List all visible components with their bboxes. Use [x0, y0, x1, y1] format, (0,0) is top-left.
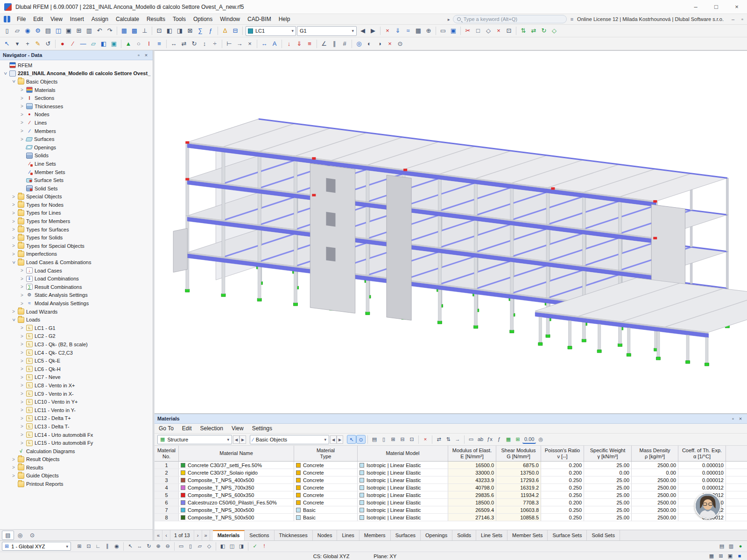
material-name-cell[interactable]: Concrete C30/37_Solaio rigido — [179, 469, 294, 476]
table-tab-members[interactable]: Members — [359, 530, 391, 540]
material-row-6[interactable]: 6Calcestruzzo C50/60_Pilastri_Fes.50%Con… — [155, 499, 747, 506]
table-tab-lines[interactable]: Lines — [337, 530, 359, 540]
column-header-mass-density-kg-m[interactable]: Mass Densityρ [kg/m³] — [632, 446, 678, 461]
text-annotation-icon[interactable]: A — [269, 39, 280, 49]
material-model-cell[interactable]: Isotropic | Linear Elastic — [358, 484, 448, 491]
render-solid-icon[interactable]: ◧ — [218, 542, 227, 551]
edit-object-icon[interactable]: ✎ — [33, 39, 43, 49]
tree-item-lc6-qk-h[interactable]: >LLC6 - Qk-H — [0, 365, 153, 373]
new-line-icon[interactable]: ∕ — [68, 39, 78, 49]
select-mode-icon[interactable]: ↖ — [126, 542, 135, 551]
tree-item-line-sets[interactable]: ∕Line Sets — [0, 160, 153, 168]
grid-icon[interactable]: ⊡ — [84, 542, 93, 551]
collapse-arrow-icon[interactable]: > — [11, 259, 16, 266]
formula-edit-icon[interactable]: ƒ — [494, 435, 504, 444]
material-rho-cell[interactable]: 2500.00 — [632, 514, 678, 521]
expand-arrow-icon[interactable]: > — [19, 342, 25, 347]
tree-item-lc2-g2[interactable]: >LLC2 - G2 — [0, 332, 153, 341]
tree-item-types-for-nodes[interactable]: >Types for Nodes — [0, 201, 153, 209]
structure-combo[interactable]: ▦ Structure ▾ — [157, 435, 232, 444]
expand-arrow-icon[interactable]: > — [10, 210, 17, 216]
tree-item-rfem[interactable]: RFEM — [0, 61, 153, 70]
tree-item-2281-inail-ancona-modello-di-calcolo-settore-ovest[interactable]: >2281_INAIL Ancona_Modello di calcolo Se… — [0, 70, 153, 78]
expand-arrow-icon[interactable]: > — [19, 293, 25, 298]
table-tab-materials[interactable]: Materials — [213, 530, 245, 540]
material-name-cell[interactable]: Composite_T_NPS_400x500 — [179, 476, 294, 483]
expand-arrow-icon[interactable]: > — [10, 457, 17, 462]
fit-view-icon[interactable]: ⊡ — [504, 26, 514, 36]
new-solid-icon[interactable]: ◧ — [99, 39, 109, 49]
expand-arrow-icon[interactable]: > — [19, 268, 25, 273]
material-rho-cell[interactable]: 2500.00 — [632, 506, 678, 513]
orbit-mode-icon[interactable]: ↻ — [144, 542, 154, 551]
material-rho-cell[interactable]: 2500.00 — [632, 476, 678, 483]
model-viewport[interactable] — [155, 50, 747, 413]
sync-selection-icon[interactable]: ↖ — [347, 435, 356, 444]
chevron-down-icon[interactable]: ▾ — [227, 437, 229, 442]
delete-loads-icon[interactable]: × — [385, 39, 395, 49]
menu-insert[interactable]: Insert — [66, 15, 88, 23]
table-tab-nodes[interactable]: Nodes — [313, 530, 338, 540]
decimal-places-icon[interactable]: 0.00 — [522, 435, 536, 444]
zoom-window-icon[interactable]: ⊕ — [154, 542, 163, 551]
material-number[interactable]: 8 — [155, 514, 179, 521]
menu-edit[interactable]: Edit — [29, 15, 47, 23]
display-properties-icon[interactable]: ◧ — [164, 26, 175, 36]
material-model-cell[interactable]: Isotropic | Linear Elastic — [358, 499, 448, 506]
render-shadow-icon[interactable]: ◨ — [237, 542, 246, 551]
snap-settings-icon[interactable]: ⊡ — [154, 26, 164, 36]
prev-page-icon[interactable]: ‹ — [162, 530, 170, 540]
material-number[interactable]: 6 — [155, 499, 179, 506]
tile-windows-icon[interactable]: ⊞ — [716, 552, 726, 560]
material-rho-cell[interactable]: 2500.00 — [632, 491, 678, 498]
renumber-icon[interactable]: # — [339, 39, 350, 49]
table-tab-sections[interactable]: Sections — [245, 530, 274, 540]
model-check-icon[interactable]: ✓ — [250, 542, 260, 551]
table-panel-toggle-icon[interactable]: ▭ — [466, 435, 476, 444]
material-type-cell[interactable]: Concrete — [294, 469, 358, 476]
transparency-icon[interactable]: ◑ — [374, 39, 385, 49]
expand-arrow-icon[interactable]: > — [19, 424, 25, 429]
tree-item-load-combinations[interactable]: >⇓Load Combinations — [0, 274, 153, 283]
material-name-cell[interactable]: Composite_T_NPS_500x500 — [179, 514, 294, 521]
calculate-all-icon[interactable]: ∑ — [195, 26, 205, 36]
material-nu-cell[interactable]: 0.250 — [541, 484, 584, 491]
tree-item-result-combinations[interactable]: >∑Result Combinations — [0, 283, 153, 291]
rotate-view-y-icon[interactable]: ⇄ — [529, 26, 539, 36]
select-dropdown-icon[interactable]: ▾ — [12, 39, 22, 49]
tree-item-lc8-vento-in-x[interactable]: >LLC8 - Vento in X+ — [0, 381, 153, 390]
tree-item-static-analysis-settings[interactable]: >⚙Static Analysis Settings — [0, 291, 153, 300]
tree-item-imperfections[interactable]: >Imperfections — [0, 250, 153, 259]
material-row-4[interactable]: 4Composite_T_NPS_700x350ConcreteIsotropi… — [155, 484, 747, 491]
visibility-modes-icon[interactable]: ◎ — [354, 39, 364, 49]
expand-arrow-icon[interactable]: > — [19, 416, 25, 421]
chevron-down-icon[interactable]: ▾ — [352, 28, 354, 33]
material-row-8[interactable]: 8Composite_T_NPS_500x500BasicIsotropic |… — [155, 514, 747, 521]
new-section-icon[interactable]: I — [144, 39, 154, 49]
table-tab-member-sets[interactable]: Member Sets — [507, 530, 548, 540]
material-row-5[interactable]: 5Composite_T_NPS_600x350ConcreteIsotropi… — [155, 491, 747, 499]
tree-item-member-sets[interactable]: ∕Member Sets — [0, 168, 153, 176]
tree-item-lc5-qk-e[interactable]: >LLC5 - Qk-E — [0, 357, 153, 365]
column-header-material-no[interactable]: MaterialNo. — [155, 446, 179, 461]
expand-arrow-icon[interactable]: > — [10, 465, 17, 470]
expand-arrow-icon[interactable]: > — [10, 243, 17, 248]
tree-item-openings[interactable]: Openings — [0, 143, 153, 152]
close-panel-icon[interactable]: × — [737, 416, 744, 421]
object-snap-icon[interactable]: ◉ — [112, 542, 121, 551]
memory-icon[interactable]: ▥ — [726, 542, 736, 551]
column-header-modulus-of-elast-e-n-mm[interactable]: Modulus of Elast.E [N/mm²] — [448, 446, 496, 461]
menu-tools[interactable]: Tools — [169, 15, 190, 23]
menu-cad-bim[interactable]: CAD-BIM — [244, 15, 275, 23]
column-header-material-type[interactable]: MaterialType — [294, 446, 358, 461]
material-rho-cell[interactable]: 2500.00 — [632, 499, 678, 506]
material-gamma-cell[interactable]: 25.00 — [584, 476, 632, 483]
menu-calculate[interactable]: Calculate — [112, 15, 143, 23]
navigator-data-tab[interactable]: ▤ — [2, 531, 14, 540]
member-load-icon[interactable]: ⇓ — [294, 39, 304, 49]
table-menu-selection[interactable]: Selection — [196, 424, 227, 433]
printout-report-icon[interactable]: ▥ — [84, 26, 94, 36]
table-menu-go-to[interactable]: Go To — [155, 424, 178, 433]
snap-icon[interactable]: ⊞ — [75, 542, 84, 551]
table-tab-surfaces[interactable]: Surfaces — [391, 530, 421, 540]
